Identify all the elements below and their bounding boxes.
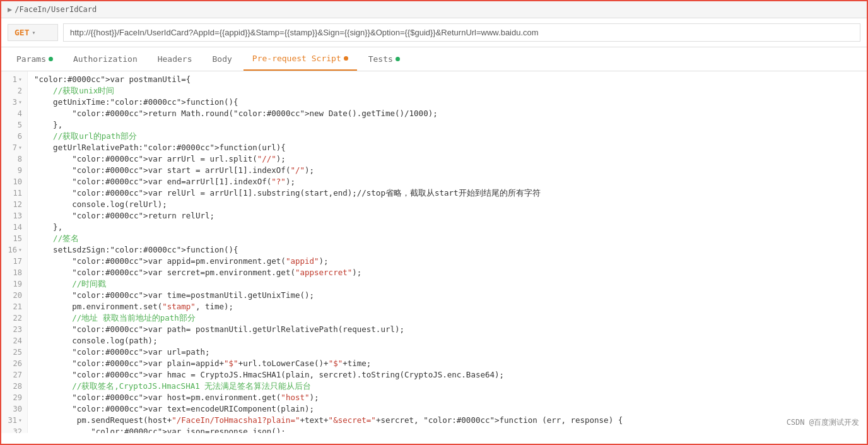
line-number: 15	[1, 233, 27, 244]
code-line: pm.sendRequest(host+"/FaceIn/ToHmacsha1?…	[28, 415, 867, 426]
tab-pre-request-script[interactable]: Pre-request Script	[243, 47, 357, 71]
line-num-label: 8	[18, 153, 22, 165]
code-line: },	[28, 222, 867, 233]
code-line: //获取签名,CryptoJS.HmacSHA1 无法满足签名算法只能从后台	[28, 381, 867, 392]
line-number: 10	[1, 176, 27, 187]
tab-authorization[interactable]: Authorization	[64, 48, 146, 70]
code-line: getUrlRelativePath:"color:#0000cc">funct…	[28, 142, 867, 153]
line-number: 14	[1, 222, 27, 233]
line-number: 2	[1, 85, 27, 97]
line-num-label: 3	[13, 97, 17, 108]
code-line: "color:#0000cc">var start = arrUrl[1].in…	[28, 165, 867, 176]
line-num-label: 16	[8, 244, 17, 256]
line-num-label: 24	[13, 335, 22, 347]
tab-body[interactable]: Body	[204, 48, 241, 70]
line-num-label: 17	[13, 256, 22, 267]
tabs-bar: Params Authorization Headers Body Pre-re…	[1, 47, 867, 71]
code-line: "color:#0000cc">var postmanUtil={	[28, 74, 867, 85]
line-number: 30	[1, 403, 27, 415]
line-number: 29	[1, 392, 27, 403]
line-number: 19	[1, 278, 27, 290]
url-bar: GET ▾	[1, 18, 867, 47]
tab-tests-label: Tests	[368, 54, 393, 64]
code-line: //签名	[28, 233, 867, 244]
line-number: 32	[1, 426, 27, 433]
tab-pre-request-label: Pre-request Script	[252, 54, 341, 63]
line-num-label: 10	[13, 176, 22, 187]
line-number: 4	[1, 108, 27, 119]
fold-icon[interactable]: ▾	[18, 74, 22, 85]
breadcrumb-arrow: ▶	[8, 5, 12, 14]
line-number: 20	[1, 290, 27, 301]
line-number: 31▾	[1, 415, 27, 426]
line-num-label: 22	[13, 312, 22, 324]
line-num-label: 23	[13, 324, 22, 335]
code-line: "color:#0000cc">var arrUrl = url.split("…	[28, 153, 867, 165]
line-num-label: 13	[13, 210, 22, 222]
code-line: "color:#0000cc">return Math.round("color…	[28, 108, 867, 119]
tab-params[interactable]: Params	[8, 48, 62, 70]
watermark: CSDN @百度测试开发	[787, 417, 859, 428]
code-editor: 1▾23▾4567▾8910111213141516▾1718192021222…	[1, 71, 867, 433]
line-number: 13	[1, 210, 27, 222]
tab-headers[interactable]: Headers	[149, 48, 201, 70]
fold-icon[interactable]: ▾	[18, 97, 22, 108]
line-num-label: 14	[13, 222, 22, 233]
tab-tests[interactable]: Tests	[360, 48, 409, 70]
line-num-label: 6	[18, 131, 22, 142]
code-line: "color:#0000cc">var hmac = CryptoJS.Hmac…	[28, 369, 867, 381]
line-number: 5	[1, 119, 27, 131]
breadcrumb: ▶ /FaceIn/UserIdCard	[1, 1, 867, 18]
line-num-label: 1	[13, 74, 17, 85]
line-number: 8	[1, 153, 27, 165]
code-line: "color:#0000cc">var end=arrUrl[1].indexO…	[28, 176, 867, 187]
line-numbers: 1▾23▾4567▾8910111213141516▾1718192021222…	[1, 71, 28, 433]
code-line: "color:#0000cc">var sercret=pm.environme…	[28, 267, 867, 278]
line-num-label: 31	[8, 415, 17, 426]
code-line: "color:#0000cc">var url=path;	[28, 347, 867, 358]
fold-icon[interactable]: ▾	[18, 142, 22, 153]
code-line: "color:#0000cc">var host=pm.environment.…	[28, 392, 867, 403]
code-line: //获取url的path部分	[28, 131, 867, 142]
line-num-label: 19	[13, 278, 22, 290]
line-num-label: 28	[13, 381, 22, 392]
line-num-label: 2	[18, 85, 22, 97]
line-number: 16▾	[1, 244, 27, 256]
line-number: 28	[1, 381, 27, 392]
code-line: //时间戳	[28, 278, 867, 290]
tab-body-label: Body	[213, 54, 232, 64]
code-line: console.log(relUrl);	[28, 199, 867, 210]
line-number: 18	[1, 267, 27, 278]
line-num-label: 27	[13, 369, 22, 381]
tab-authorization-label: Authorization	[73, 54, 138, 64]
method-select[interactable]: GET ▾	[8, 24, 58, 41]
code-content[interactable]: "color:#0000cc">var postmanUtil={ //获取un…	[28, 71, 867, 433]
line-num-label: 32	[13, 426, 22, 433]
code-line: "color:#0000cc">var appid=pm.environment…	[28, 256, 867, 267]
line-num-label: 11	[13, 187, 22, 199]
code-line: "color:#0000cc">var relUrl = arrUrl[1].s…	[28, 187, 867, 199]
line-num-label: 21	[13, 301, 22, 312]
url-input[interactable]	[63, 23, 860, 42]
code-line: "color:#0000cc">var text=encodeURICompon…	[28, 403, 867, 415]
line-num-label: 29	[13, 392, 22, 403]
line-num-label: 20	[13, 290, 22, 301]
tab-headers-label: Headers	[158, 54, 192, 64]
line-number: 22	[1, 312, 27, 324]
line-number: 9	[1, 165, 27, 176]
code-line: "color:#0000cc">var json=response.json()…	[28, 426, 867, 433]
line-num-label: 9	[18, 165, 22, 176]
line-num-label: 26	[13, 358, 22, 369]
code-line: "color:#0000cc">var path= postmanUtil.ge…	[28, 324, 867, 335]
tab-pre-request-dot	[344, 56, 348, 61]
fold-icon[interactable]: ▾	[18, 415, 22, 426]
line-number: 24	[1, 335, 27, 347]
line-num-label: 15	[13, 233, 22, 244]
fold-icon[interactable]: ▾	[18, 244, 22, 256]
line-number: 27	[1, 369, 27, 381]
code-line: "color:#0000cc">var plain=appid+"$"+url.…	[28, 358, 867, 369]
code-line: console.log(path);	[28, 335, 867, 347]
line-number: 1▾	[1, 74, 27, 85]
line-number: 11	[1, 187, 27, 199]
code-line: //获取unix时间	[28, 85, 867, 97]
